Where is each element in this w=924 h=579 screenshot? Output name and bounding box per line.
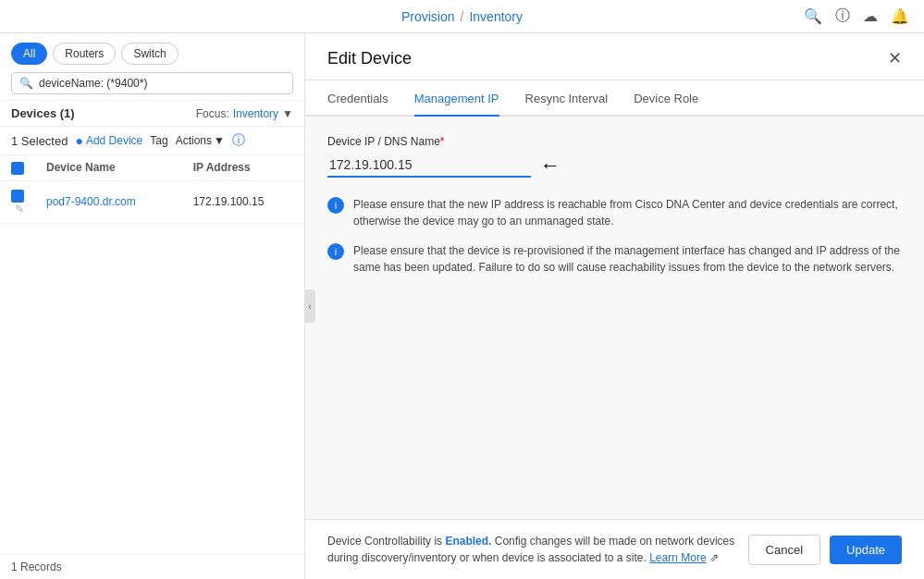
search-input[interactable]: [39, 77, 285, 90]
search-icon: 🔍: [19, 77, 33, 90]
tab-management-ip[interactable]: Management IP: [414, 80, 499, 117]
cloud-icon[interactable]: ☁: [863, 7, 878, 25]
focus-label: Focus: Inventory ▼: [196, 107, 293, 120]
filter-tab-routers[interactable]: Routers: [53, 43, 116, 65]
info-bullet-2: i: [327, 243, 344, 260]
info-box-1: i Please ensure that the new IP address …: [327, 196, 902, 229]
add-device-button[interactable]: ● Add Device: [75, 133, 142, 148]
cancel-button[interactable]: Cancel: [748, 535, 820, 565]
modal-tabs: Credentials Management IP Resync Interva…: [305, 80, 924, 117]
left-panel-header: All Routers Switch 🔍: [0, 33, 304, 101]
filter-tabs: All Routers Switch: [11, 43, 293, 65]
breadcrumb-provision[interactable]: Provision: [401, 9, 455, 24]
field-label: Device IP / DNS Name*: [327, 135, 902, 148]
bell-icon[interactable]: 🔔: [891, 7, 909, 25]
row-checkbox-cell[interactable]: ✎: [0, 180, 35, 223]
ip-input[interactable]: [327, 154, 531, 178]
left-panel: All Routers Switch 🔍 Devices (1) Focus: …: [0, 33, 305, 579]
tab-credentials[interactable]: Credentials: [327, 80, 388, 117]
modal-footer: Device Controllability is Enabled. Confi…: [305, 519, 924, 579]
actions-button[interactable]: Actions ▼: [176, 134, 225, 147]
focus-value[interactable]: Inventory: [233, 107, 278, 120]
filter-tab-switch[interactable]: Switch: [121, 43, 178, 65]
table-row[interactable]: ✎ pod7-9400.dr.com 172.19.100.15: [0, 180, 304, 223]
devices-header: Devices (1) Focus: Inventory ▼: [0, 101, 304, 127]
focus-chevron-icon[interactable]: ▼: [282, 107, 293, 120]
breadcrumb: Provision / Inventory: [401, 9, 523, 24]
collapse-arrow[interactable]: ‹: [304, 290, 315, 323]
tab-resync-interval[interactable]: Resync Interval: [525, 80, 609, 117]
top-icons: 🔍 ⓘ ☁ 🔔: [804, 6, 909, 26]
modal-header: Edit Device ✕: [305, 33, 924, 80]
device-name-cell: pod7-9400.dr.com: [35, 180, 182, 223]
device-link[interactable]: pod7-9400.dr.com: [46, 195, 136, 208]
info-text-1: Please ensure that the new IP address is…: [353, 196, 902, 229]
required-marker: *: [440, 135, 445, 148]
device-table: Device Name IP Address ✎ pod7-9400.dr.co…: [0, 155, 304, 224]
table-header-row: Device Name IP Address: [0, 155, 304, 180]
footer-actions: Cancel Update: [748, 535, 902, 565]
update-button[interactable]: Update: [830, 536, 902, 564]
info-box-2: i Please ensure that the device is re-pr…: [327, 242, 902, 276]
devices-title: Devices (1): [11, 106, 75, 120]
actions-chevron-icon: ▼: [214, 134, 225, 147]
col-device-name: Device Name: [35, 155, 182, 180]
right-panel: Edit Device ✕ Credentials Management IP …: [305, 33, 924, 579]
edit-icon: ✎: [15, 203, 24, 216]
search-bar: 🔍: [11, 72, 293, 94]
records-count: 1 Records: [11, 561, 62, 573]
table-header-checkbox[interactable]: [0, 155, 35, 180]
info-text-2: Please ensure that the device is re-prov…: [353, 242, 902, 276]
add-icon: ●: [75, 133, 82, 148]
learn-more-link[interactable]: Learn More: [649, 551, 706, 564]
selected-count: 1 Selected: [11, 134, 68, 148]
search-icon[interactable]: 🔍: [804, 7, 822, 25]
filter-tab-all[interactable]: All: [11, 43, 47, 65]
ip-address-cell: 172.19.100.15: [182, 180, 304, 223]
close-button[interactable]: ✕: [888, 48, 902, 68]
modal-body: Device IP / DNS Name* ← i Please ensure …: [305, 117, 924, 519]
top-bar: Provision / Inventory 🔍 ⓘ ☁ 🔔: [0, 0, 924, 33]
info-icon[interactable]: ⓘ: [232, 132, 245, 149]
header-checkbox[interactable]: [11, 162, 24, 175]
footer-enabled: Enabled.: [445, 535, 491, 548]
arrow-indicator: ←: [540, 154, 561, 178]
help-icon[interactable]: ⓘ: [835, 6, 850, 26]
row-checkbox[interactable]: [11, 190, 24, 203]
col-ip-address: IP Address: [182, 155, 304, 180]
action-bar: 1 Selected ● Add Device Tag Actions ▼ ⓘ: [0, 127, 304, 155]
bottom-bar: 1 Records: [0, 554, 304, 579]
modal-title: Edit Device: [327, 49, 412, 68]
info-bullet-1: i: [327, 197, 344, 214]
footer-text: Device Controllability is Enabled. Confi…: [327, 533, 748, 566]
main-area: All Routers Switch 🔍 Devices (1) Focus: …: [0, 33, 924, 579]
breadcrumb-separator: /: [461, 9, 464, 24]
breadcrumb-inventory[interactable]: Inventory: [469, 9, 523, 24]
tab-device-role[interactable]: Device Role: [634, 80, 698, 117]
tag-button[interactable]: Tag: [150, 134, 167, 147]
ip-input-row: ←: [327, 154, 902, 178]
